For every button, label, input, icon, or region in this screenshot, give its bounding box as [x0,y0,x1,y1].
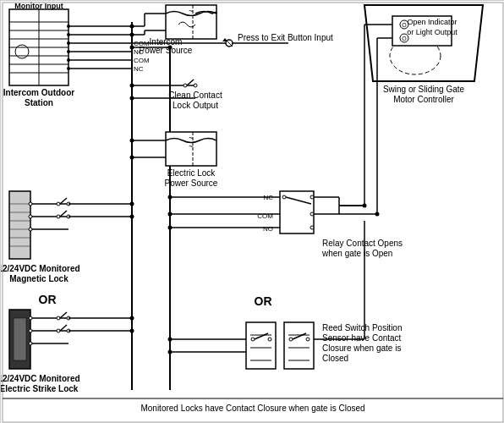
svg-point-86 [57,202,60,206]
svg-point-27 [67,67,70,70]
svg-point-107 [57,316,60,320]
svg-point-81 [29,202,32,206]
svg-point-83 [29,215,32,218]
svg-point-53 [168,46,173,50]
svg-point-155 [289,338,293,341]
svg-point-116 [130,329,134,333]
svg-rect-144 [246,322,276,369]
svg-text:Sensor have Contact: Sensor have Contact [322,333,402,343]
svg-point-72 [130,156,134,160]
svg-text:Swing or Sliding Gate: Swing or Sliding Gate [383,85,465,94]
svg-text:Relay Contact Opens: Relay Contact Opens [322,239,403,248]
svg-text:Motor Controller: Motor Controller [393,95,454,104]
svg-point-93 [130,202,134,206]
svg-point-134 [310,212,314,216]
svg-point-21 [67,50,70,53]
svg-point-14 [67,25,70,28]
svg-text:Reed Switch Position: Reed Switch Position [322,323,403,332]
svg-text:Electric Lock: Electric Lock [167,168,216,178]
svg-text:O: O [402,22,407,28]
svg-rect-145 [284,322,314,369]
svg-point-131 [168,226,173,230]
svg-point-157 [306,338,310,341]
svg-text:12/24VDC Monitored: 12/24VDC Monitored [1,374,80,383]
svg-point-89 [57,215,60,218]
svg-text:NC: NC [134,65,144,73]
svg-text:when gate is Open: when gate is Open [321,249,392,258]
svg-text:Monitor Input: Monitor Input [14,2,63,10]
svg-point-52 [130,46,134,50]
svg-text:Station: Station [25,98,53,107]
svg-point-161 [168,350,173,354]
svg-text:12/24VDC Monitored: 12/24VDC Monitored [1,264,80,273]
svg-point-102 [29,316,32,320]
svg-point-85 [29,228,32,231]
svg-point-24 [67,58,70,62]
svg-point-110 [57,329,60,332]
svg-point-135 [310,195,314,199]
svg-point-128 [168,212,173,217]
svg-point-95 [130,215,134,219]
svg-point-114 [130,316,134,321]
svg-point-57 [130,84,134,88]
wiring-diagram: Monitor Input COM NO COM NC Intercom Out… [0,0,504,423]
svg-point-154 [268,338,271,341]
svg-text:Intercom Outdoor: Intercom Outdoor [3,88,75,97]
svg-point-136 [310,226,314,229]
svg-point-152 [251,338,255,341]
svg-point-16 [67,33,70,36]
svg-point-60 [184,84,187,87]
svg-text:~: ~ [189,142,193,151]
svg-text:or Light Output: or Light Output [407,28,457,36]
svg-point-179 [363,204,367,208]
svg-text:Electric Strike Lock: Electric Strike Lock [1,384,79,393]
svg-text:Power Source: Power Source [165,179,218,188]
svg-text:Monitored Locks have Contact C: Monitored Locks have Contact Closure whe… [140,404,364,413]
svg-point-125 [168,195,173,200]
svg-text:OR: OR [255,294,272,308]
svg-text:Closed: Closed [322,354,348,363]
svg-point-18 [67,41,70,45]
svg-text:~: ~ [189,7,193,15]
svg-text:NO: NO [263,225,273,233]
svg-text:Magnetic Lock: Magnetic Lock [9,274,68,283]
svg-text:O: O [402,36,407,41]
svg-rect-100 [14,318,26,360]
svg-point-70 [130,139,134,143]
svg-point-62 [194,84,197,87]
svg-point-159 [168,338,173,342]
svg-text:Press to Exit Button Input: Press to Exit Button Input [238,33,333,42]
svg-point-106 [29,342,32,345]
svg-text:Lock Output: Lock Output [173,101,218,110]
svg-point-104 [29,329,32,332]
svg-point-132 [282,195,286,199]
svg-text:~: ~ [189,134,193,142]
svg-text:OR: OR [39,293,57,306]
svg-text:Closure when gate is: Closure when gate is [322,343,401,353]
svg-text:Open Indicator: Open Indicator [407,18,457,26]
svg-rect-73 [9,191,30,259]
svg-point-183 [375,212,380,217]
svg-text:COM: COM [134,57,150,64]
svg-point-59 [130,96,134,101]
